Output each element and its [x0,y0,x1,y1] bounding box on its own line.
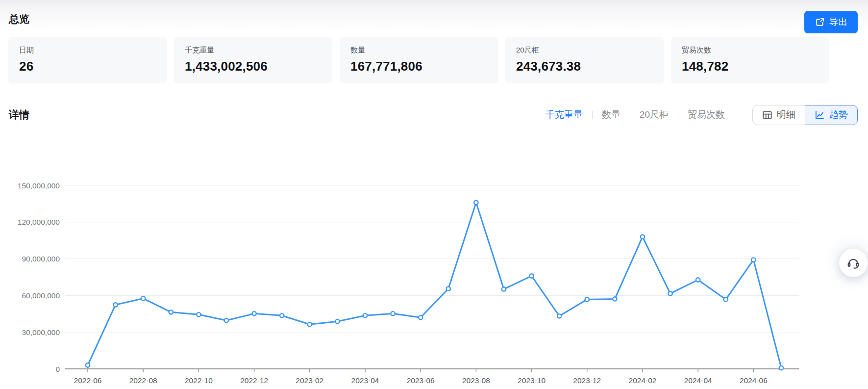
data-point[interactable] [613,297,617,301]
export-button[interactable]: 导出 [804,11,858,33]
y-axis-label: 120,000,000 [18,218,60,226]
view-toggle: 明细 趋势 [752,105,858,125]
y-axis-label: 0 [55,365,60,373]
data-point[interactable] [696,278,700,282]
separator [630,111,630,119]
data-point[interactable] [668,291,672,295]
stat-card-quantity: 数量 167,771,806 [340,37,498,83]
data-point[interactable] [585,297,589,301]
x-axis-label: 2023-10 [518,376,546,385]
tab-weight-kg[interactable]: 千克重量 [546,108,583,121]
stat-label: 数量 [350,46,487,55]
tab-trade-count[interactable]: 贸易次数 [688,108,725,121]
top-gradient [0,0,868,31]
stat-label: 日期 [19,46,156,55]
page-title: 总览 [9,12,29,26]
trend-line [88,203,781,368]
tab-teu[interactable]: 20尺柜 [640,108,669,121]
tab-quantity[interactable]: 数量 [602,108,620,121]
x-axis-label: 2023-12 [573,376,601,385]
x-axis-label: 2022-10 [185,376,213,385]
data-point[interactable] [141,296,145,300]
data-point[interactable] [335,319,339,323]
trend-view-label: 趋势 [829,108,848,121]
details-title: 详情 [9,108,29,122]
detail-view-button[interactable]: 明细 [752,105,805,125]
y-axis-label: 150,000,000 [18,182,60,190]
stat-label: 贸易次数 [682,46,818,55]
y-axis-label: 60,000,000 [22,291,60,300]
data-point[interactable] [280,313,284,317]
data-point[interactable] [169,310,173,314]
x-axis-label: 2023-04 [351,376,379,385]
stat-value: 243,673.38 [516,59,653,74]
x-axis-label: 2023-02 [296,376,323,385]
data-point[interactable] [419,315,422,319]
x-axis-label: 2022-08 [129,376,157,385]
metric-tabs: 千克重量 数量 20尺柜 贸易次数 [546,108,725,121]
support-fab-button[interactable] [839,249,868,277]
data-point[interactable] [224,318,228,322]
x-axis-label: 2024-02 [629,376,657,385]
x-axis-label: 2022-06 [74,376,102,385]
data-point[interactable] [724,297,728,301]
detail-view-label: 明细 [777,108,795,121]
stat-cards-row: 日期 26 千克重量 1,433,002,506 数量 167,771,806 … [8,37,829,83]
details-header: 详情 千克重量 数量 20尺柜 贸易次数 明细 [9,104,858,126]
data-point[interactable] [363,313,367,317]
data-point[interactable] [557,314,561,318]
stat-card-teu: 20尺柜 243,673.38 [505,37,664,83]
data-point[interactable] [779,366,783,370]
stat-card-weight-kg: 千克重量 1,433,002,506 [174,37,332,83]
y-axis-label: 30,000,000 [22,328,60,337]
trend-chart-area[interactable]: 030,000,00060,000,00090,000,000120,000,0… [0,134,868,389]
data-point[interactable] [86,363,90,367]
x-axis-label: 2023-08 [462,376,490,385]
x-axis-label: 2022-12 [240,376,268,385]
x-axis-label: 2023-06 [407,376,435,385]
data-point[interactable] [529,274,533,278]
table-icon [762,110,772,120]
data-point[interactable] [474,201,478,205]
line-chart-icon [815,110,825,120]
external-link-icon [815,17,825,27]
separator [592,111,593,119]
stat-label: 千克重量 [185,46,322,55]
data-point[interactable] [751,258,755,261]
data-point[interactable] [502,287,506,291]
separator [678,111,678,119]
stat-card-trade-count: 贸易次数 148,782 [671,37,829,83]
data-point[interactable] [113,303,117,307]
stat-card-date: 日期 26 [8,37,167,83]
stat-value: 26 [19,59,156,74]
stat-value: 148,782 [682,59,818,74]
data-point[interactable] [252,311,256,315]
trend-chart[interactable]: 030,000,00060,000,00090,000,000120,000,0… [0,134,868,389]
stat-value: 167,771,806 [350,59,487,74]
stat-value: 1,433,002,506 [185,59,322,74]
headset-icon [846,256,860,270]
data-point[interactable] [641,235,645,239]
trend-view-button[interactable]: 趋势 [805,105,858,125]
y-axis-label: 90,000,000 [22,255,60,263]
data-point[interactable] [446,286,450,290]
stat-label: 20尺柜 [516,46,653,55]
x-axis-label: 2024-06 [740,376,768,385]
data-point[interactable] [197,312,200,316]
x-axis-label: 2024-04 [684,376,712,385]
data-point[interactable] [308,322,312,326]
data-point[interactable] [391,311,395,315]
export-button-label: 导出 [829,16,848,28]
